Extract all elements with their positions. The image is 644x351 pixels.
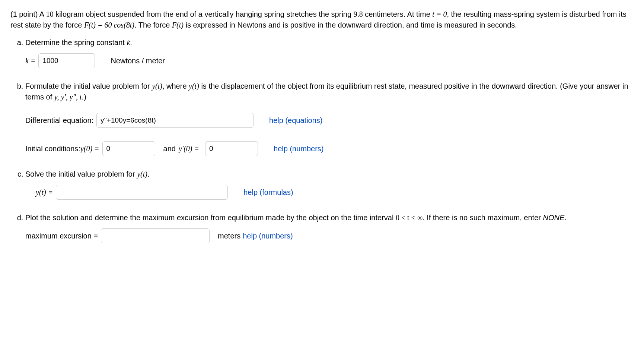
y0-label: y(0) = xyxy=(80,143,99,154)
part-d-answer-row: maximum excursion = meters help (numbers… xyxy=(25,228,634,243)
k-input[interactable] xyxy=(38,53,95,68)
part-d: Plot the solution and determine the maxi… xyxy=(25,212,634,243)
yp0-input[interactable] xyxy=(205,141,258,156)
none-text: NONE xyxy=(543,214,564,222)
part-c-prompt: Solve the initial value problem for y(t)… xyxy=(25,169,634,180)
yp0-label: y′(0) = xyxy=(179,143,199,154)
max-excursion-label: maximum excursion = xyxy=(25,231,98,241)
interval: 0 ≤ t < ∞ xyxy=(396,214,423,222)
part-c-answer-row: y(t) = help (formulas) xyxy=(25,185,634,200)
part-a-prompt: Determine the spring constant k. xyxy=(25,37,634,48)
force-expression: F(t) = 60 cos(8t) xyxy=(84,21,134,29)
k-equals-label: k = xyxy=(25,56,35,66)
yt-input[interactable] xyxy=(56,185,228,200)
part-b: Formulate the initial value problem for … xyxy=(25,81,634,156)
ic-row: Initial conditions: y(0) = and y′(0) = h… xyxy=(25,141,634,156)
part-a-answer-row: k = Newtons / meter xyxy=(25,53,634,68)
force-symbol: F(t) xyxy=(172,21,184,29)
k-units: Newtons / meter xyxy=(111,56,165,66)
parts-list: Determine the spring constant k. k = New… xyxy=(10,37,634,243)
mass-value: 10 xyxy=(46,10,54,18)
max-excursion-input[interactable] xyxy=(101,228,210,243)
points-label: (1 point) xyxy=(10,10,39,18)
problem-intro: (1 point) A 10 kilogram object suspended… xyxy=(10,9,634,31)
yt-label: y(t) = xyxy=(36,187,53,198)
help-numbers-link-b[interactable]: help (numbers) xyxy=(274,143,324,154)
y0-input[interactable] xyxy=(102,141,155,156)
and-label: and xyxy=(163,143,176,154)
t0: t = 0 xyxy=(432,10,447,18)
de-row: Differential equation: help (equations) xyxy=(25,113,634,128)
help-formulas-link[interactable]: help (formulas) xyxy=(243,187,293,198)
ic-label: Initial conditions: xyxy=(25,143,80,154)
help-equations-link[interactable]: help (equations) xyxy=(269,115,322,126)
part-a: Determine the spring constant k. k = New… xyxy=(25,37,634,68)
part-c: Solve the initial value problem for y(t)… xyxy=(25,169,634,200)
de-input[interactable] xyxy=(96,113,254,128)
max-excursion-units: meters xyxy=(218,231,240,241)
stretch-value: 9.8 xyxy=(354,10,363,18)
help-numbers-link-d[interactable]: help (numbers) xyxy=(243,231,293,241)
de-label: Differential equation: xyxy=(25,115,93,126)
part-d-prompt: Plot the solution and determine the maxi… xyxy=(25,212,634,223)
part-b-prompt: Formulate the initial value problem for … xyxy=(25,81,634,102)
